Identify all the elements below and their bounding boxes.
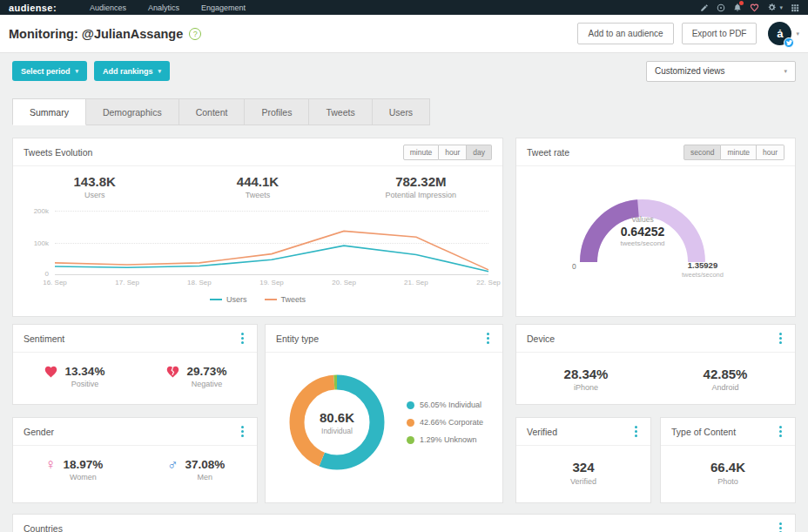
- device-title: Device: [527, 333, 555, 344]
- notifications-icon[interactable]: [733, 3, 742, 12]
- settings-gear-icon[interactable]: [767, 3, 777, 12]
- nav-item-audiences[interactable]: Audiences: [90, 3, 126, 12]
- positive-label: Positive: [65, 380, 105, 388]
- men-value: 37.08%: [185, 458, 225, 471]
- sentiment-body: 13.34% Positive 29.73% Negative: [13, 353, 257, 388]
- gender-women: ♀ 18.97% Women: [13, 446, 135, 481]
- gauge-max-value: 1.35929: [668, 260, 737, 270]
- tab-summary[interactable]: Summary: [12, 98, 86, 125]
- positive-value: 13.34%: [65, 365, 105, 378]
- device-header: Device: [516, 325, 795, 353]
- gender-kebab-menu[interactable]: [239, 423, 246, 440]
- device-android: 42.85% Android: [656, 353, 795, 392]
- entity-type-kebab-menu[interactable]: [484, 330, 492, 347]
- tweets-evolution-title: Tweets Evolution: [24, 147, 92, 158]
- tab-bar: Summary Demographics Content Profiles Tw…: [12, 98, 430, 125]
- entity-type-header: Entity type: [266, 325, 502, 353]
- compass-icon[interactable]: [717, 3, 725, 12]
- stat-impression-label: Potential Impression: [340, 191, 502, 199]
- toggle-minute[interactable]: minute: [403, 145, 440, 160]
- rate-interval-toggle: second minute hour: [683, 145, 784, 160]
- gender-title: Gender: [24, 427, 54, 437]
- women-label: Women: [63, 473, 103, 481]
- legend-unknown-label: 1.29% Unknown: [420, 435, 477, 444]
- iphone-value: 28.34%: [564, 367, 609, 381]
- unknown-dot-icon: [407, 436, 414, 444]
- entity-type-title: Entity type: [276, 333, 319, 344]
- verified-header: Verified: [516, 418, 650, 446]
- type-of-content-card: Type of Content 66.4K Photo: [660, 417, 796, 503]
- type-of-content-kebab-menu[interactable]: [777, 423, 784, 440]
- x-label-16sep: 16. Sep: [43, 279, 67, 286]
- legend-corporate: 42.66% Corporate: [407, 418, 483, 427]
- stat-impression: 782.32M Potential Impression: [340, 174, 502, 199]
- toolbar: Select period ▾ Add rankings ▾ Customize…: [0, 53, 808, 89]
- apps-grid-icon[interactable]: [791, 3, 799, 12]
- photo-label: Photo: [661, 477, 795, 486]
- account-menu[interactable]: ȧ ▾: [768, 22, 799, 45]
- favorites-heart-icon[interactable]: [750, 3, 759, 12]
- customized-views-select[interactable]: Customized views ▾: [646, 61, 796, 82]
- evolution-line-chart: 200k 100k 0: [55, 211, 488, 275]
- views-caret-icon: ▾: [784, 68, 787, 75]
- sentiment-card: Sentiment 13.34% Positive 29.73% Negativ…: [12, 324, 258, 405]
- gauge-center-unit: tweets/second: [551, 239, 734, 247]
- x-label-19sep: 19. Sep: [259, 279, 284, 286]
- tweet-rate-gauge: Values 0.64252 tweets/second 0 1.35929 t…: [551, 178, 734, 292]
- donut-center-label: Individual: [321, 427, 353, 435]
- countries-header: Countries: [13, 515, 795, 532]
- toggle-hour[interactable]: hour: [439, 145, 467, 160]
- gauge-max: 1.35929 tweets/second: [668, 260, 737, 279]
- tab-content[interactable]: Content: [179, 98, 246, 125]
- sentiment-positive: 13.34% Positive: [13, 353, 135, 388]
- iphone-label: iPhone: [564, 383, 609, 392]
- donut-center: 80.6K Individual: [276, 361, 398, 483]
- edit-icon[interactable]: [700, 3, 709, 12]
- device-kebab-menu[interactable]: [777, 330, 784, 347]
- avatar[interactable]: ȧ: [768, 22, 791, 45]
- stat-tweets-label: Tweets: [176, 191, 339, 199]
- negative-value: 29.73%: [187, 365, 227, 378]
- photo-value: 66.4K: [661, 460, 795, 475]
- toggle-day[interactable]: day: [467, 145, 492, 160]
- tab-tweets[interactable]: Tweets: [309, 98, 372, 125]
- sentiment-negative: 29.73% Negative: [135, 353, 257, 388]
- legend-tweets[interactable]: Tweets: [265, 295, 306, 304]
- audiense-logo[interactable]: audiense:: [9, 3, 57, 13]
- sentiment-kebab-menu[interactable]: [239, 330, 246, 347]
- tweet-rate-card: Tweet rate second minute hour Values 0.6…: [515, 138, 796, 317]
- negative-label: Negative: [187, 380, 227, 388]
- toggle-minute[interactable]: minute: [721, 145, 757, 160]
- broken-heart-icon: [165, 365, 180, 382]
- legend-tweets-label: Tweets: [281, 295, 306, 304]
- corporate-dot-icon: [407, 419, 414, 427]
- toggle-second[interactable]: second: [683, 145, 721, 160]
- x-label-17sep: 17. Sep: [115, 279, 139, 286]
- countries-title: Countries: [24, 523, 63, 532]
- add-to-audience-button[interactable]: Add to an audience: [577, 23, 673, 44]
- verified-kebab-menu[interactable]: [632, 423, 640, 440]
- add-rankings-button[interactable]: Add rankings ▾: [94, 61, 170, 81]
- help-icon[interactable]: ?: [189, 28, 201, 40]
- tab-users[interactable]: Users: [373, 98, 430, 125]
- tweets-evolution-header: Tweets Evolution minute hour day: [13, 138, 502, 166]
- verified-label: Verified: [516, 477, 650, 486]
- nav-item-analytics[interactable]: Analytics: [148, 3, 179, 12]
- verified-card: Verified 324 Verified: [515, 417, 651, 503]
- verified-title: Verified: [527, 427, 557, 437]
- toggle-hour[interactable]: hour: [757, 145, 784, 160]
- countries-kebab-menu[interactable]: [777, 520, 784, 532]
- nav-item-engagement[interactable]: Engagement: [201, 3, 246, 12]
- gender-men: ♂ 37.08% Men: [135, 446, 257, 481]
- gauge-min-label: 0: [572, 262, 576, 271]
- select-period-button[interactable]: Select period ▾: [12, 61, 87, 81]
- gauge-max-unit: tweets/second: [668, 271, 737, 279]
- legend-users[interactable]: Users: [210, 295, 247, 304]
- page-header: Monitoring: @JulianAssange ? Add to an a…: [0, 15, 808, 53]
- tab-profiles[interactable]: Profiles: [245, 98, 309, 125]
- type-of-content-title: Type of Content: [671, 427, 736, 437]
- add-rankings-caret-icon: ▾: [158, 68, 162, 75]
- tab-demographics[interactable]: Demographics: [86, 98, 179, 125]
- notification-badge: [739, 1, 744, 5]
- export-pdf-button[interactable]: Export to PDF: [682, 23, 758, 44]
